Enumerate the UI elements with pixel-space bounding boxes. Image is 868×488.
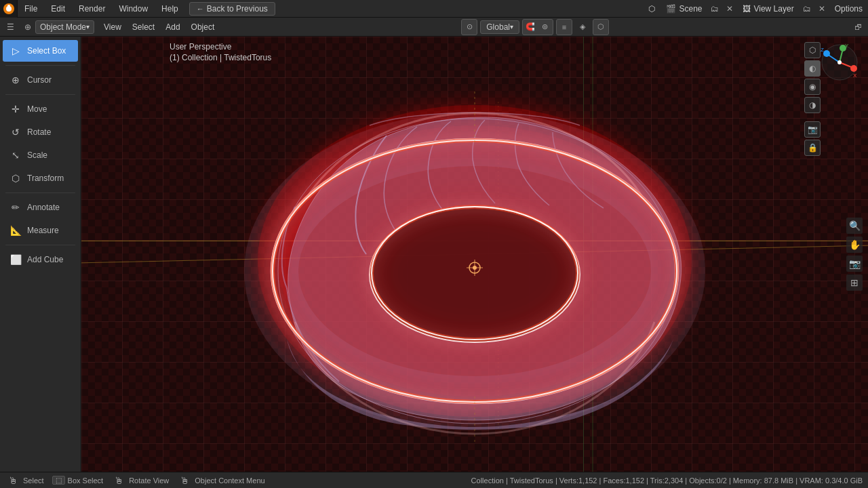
engine-icon: ⬡: [648, 4, 655, 14]
blender-logo: [0, 0, 18, 18]
tb2-object[interactable]: Object: [186, 18, 220, 37]
scene-icon-btn[interactable]: 🗂: [707, 1, 722, 16]
torus-container: [81, 37, 868, 472]
overlay-icon[interactable]: ≡: [557, 20, 572, 35]
svg-text:Y: Y: [845, 43, 849, 49]
viewport-perspective-label: User Perspective: [170, 42, 231, 52]
overlay-group: ≡: [556, 19, 572, 35]
status-right: Collection | TwistedTorus | Verts:1,152 …: [471, 476, 863, 485]
transform-global[interactable]: Global: [480, 20, 519, 34]
status-box-select-label: Box Select: [68, 476, 104, 485]
view-layer-close-btn[interactable]: ✕: [814, 1, 829, 16]
proportional-icon[interactable]: ⊚: [538, 20, 553, 35]
tool-separator-3: [5, 192, 75, 193]
mode-selector[interactable]: Object Mode: [35, 20, 94, 34]
tool-measure[interactable]: 📐 Measure: [3, 220, 78, 241]
viewport-display-icon[interactable]: ⬡: [804, 42, 821, 58]
tool-scale[interactable]: ⤡ Scale: [3, 144, 78, 166]
left-toolbar: ▷ Select Box ⊕ Cursor ✛ Move ↺ Rotate ⤡ …: [0, 37, 81, 472]
tb2-view[interactable]: View: [98, 18, 127, 37]
menu-help[interactable]: Help: [155, 0, 185, 17]
scale-icon: ⤡: [8, 148, 23, 163]
tool-measure-label: Measure: [27, 226, 59, 235]
scene-selector[interactable]: 🎬 Scene: [660, 0, 707, 17]
tb2-select[interactable]: Select: [127, 18, 160, 37]
toolbar2-cursor-icon[interactable]: ⊕: [20, 20, 35, 35]
tool-move[interactable]: ✛ Move: [3, 98, 78, 120]
viewport-top-right-icons: ⬡ ◐ ◉ ◑ 📷 🔒: [804, 42, 821, 156]
tool-separator-1: [5, 65, 75, 66]
menu-window[interactable]: Window: [112, 0, 155, 17]
scene-icon: 🎬: [666, 4, 676, 14]
options-button[interactable]: Options: [829, 0, 868, 17]
status-context-label: Object Context Menu: [195, 476, 264, 485]
tool-select-box[interactable]: ▷ Select Box: [3, 40, 78, 62]
toolbar2: ☰ ⊕ Object Mode View Select Add Object ⊙…: [0, 18, 868, 37]
camera-mini-icon[interactable]: 📷: [846, 256, 863, 272]
wireframe-icon[interactable]: ⬡: [593, 20, 608, 35]
viewport[interactable]: User Perspective (1) Collection | Twiste…: [81, 37, 868, 472]
menu-render[interactable]: Render: [72, 0, 112, 17]
scene-label: Scene: [679, 4, 702, 14]
axis-navigator[interactable]: Y X Z: [819, 42, 860, 83]
view-layer-icon: 🖼: [743, 4, 751, 14]
tool-add-cube[interactable]: ⬜ Add Cube: [3, 249, 78, 270]
tb2-right: 🗗: [850, 20, 865, 35]
viewport-render-icon[interactable]: ◉: [804, 79, 821, 95]
tb2-add[interactable]: Add: [160, 18, 185, 37]
status-info: Collection | TwistedTorus | Verts:1,152 …: [471, 476, 863, 485]
view-layer-selector[interactable]: 🖼 View Layer: [737, 0, 799, 17]
move-icon: ✛: [8, 102, 23, 117]
top-menu: File Edit Render Window Help Back to Pre…: [18, 0, 275, 17]
tb2-center: ⊙ Global 🧲 ⊚ ≡ ◈ ⬡: [220, 19, 850, 35]
tool-transform[interactable]: ⬡ Transform: [3, 167, 78, 189]
viewport-rendered-icon[interactable]: ◑: [804, 97, 821, 113]
right-mini-toolbar: 🔍 ✋ 📷 ⊞: [846, 218, 863, 291]
grid-mini-icon[interactable]: ⊞: [846, 274, 863, 291]
tool-rotate[interactable]: ↺ Rotate: [3, 121, 78, 143]
tool-cursor[interactable]: ⊕ Cursor: [3, 69, 78, 91]
status-context-menu: 🖱 Object Context Menu: [177, 473, 264, 488]
svg-text:X: X: [853, 73, 857, 79]
rotate-icon: ↺: [8, 125, 23, 140]
shading-group: ⬡: [593, 19, 609, 35]
tool-select-box-label: Select Box: [27, 46, 66, 56]
viewport-material-icon[interactable]: ◐: [804, 60, 821, 77]
toolbar2-menu-icon[interactable]: ☰: [3, 20, 18, 35]
grab-icon[interactable]: ✋: [846, 237, 863, 253]
status-context-icon: 🖱: [177, 473, 192, 488]
tool-annotate[interactable]: ✏ Annotate: [3, 197, 78, 218]
menu-edit[interactable]: Edit: [44, 0, 72, 17]
status-select: 🖱 Select: [5, 473, 44, 488]
top-bar: File Edit Render Window Help Back to Pre…: [0, 0, 868, 18]
tool-separator-4: [5, 245, 75, 245]
editor-type-icon[interactable]: 🗗: [850, 20, 865, 35]
svg-text:Z: Z: [821, 47, 824, 53]
tool-add-cube-label: Add Cube: [27, 255, 63, 264]
zoom-in-icon[interactable]: 🔍: [846, 218, 863, 234]
scene-close-btn[interactable]: ✕: [722, 1, 737, 16]
svg-point-30: [823, 50, 830, 57]
transform-icon: ⬡: [8, 171, 23, 186]
tool-annotate-label: Annotate: [27, 203, 60, 212]
tool-separator-2: [5, 94, 75, 95]
view-layer-icon-btn[interactable]: 🗂: [800, 1, 814, 16]
status-rotate-icon: 🖱: [111, 473, 126, 488]
annotate-icon: ✏: [8, 200, 23, 215]
svg-point-32: [837, 60, 842, 64]
top-bar-right: ⬡ 🎬 Scene 🗂 ✕ 🖼 View Layer 🗂 ✕ Options: [643, 0, 868, 17]
back-to-previous-button[interactable]: Back to Previous: [189, 2, 275, 16]
menu-file[interactable]: File: [18, 0, 44, 17]
engine-selector[interactable]: ⬡: [643, 0, 660, 17]
xray-icon[interactable]: ◈: [575, 20, 590, 35]
measure-icon: 📐: [8, 223, 23, 238]
pivot-snap-group: ⊙: [461, 19, 477, 35]
viewport-lock-icon[interactable]: 🔒: [804, 140, 821, 156]
pivot-icon[interactable]: ⊙: [462, 20, 477, 35]
snap-icon[interactable]: 🧲: [523, 20, 538, 35]
viewport-camera-icon[interactable]: 📷: [804, 121, 821, 138]
svg-point-2: [7, 5, 10, 7]
main-area: ▷ Select Box ⊕ Cursor ✛ Move ↺ Rotate ⤡ …: [0, 37, 868, 472]
snap-group: 🧲 ⊚: [522, 19, 553, 35]
select-box-icon: ▷: [8, 43, 23, 58]
